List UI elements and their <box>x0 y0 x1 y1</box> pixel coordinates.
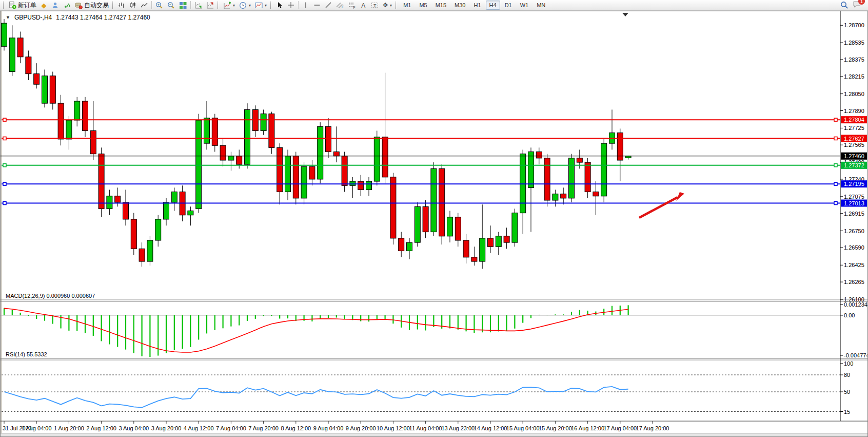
timeframe-m5-button[interactable]: M5 <box>416 1 430 10</box>
search-icon[interactable] <box>840 1 849 9</box>
timeframe-h4-button[interactable]: H4 <box>486 1 500 10</box>
bar-chart-icon <box>118 2 125 9</box>
price-tag: 1.27627 <box>841 135 867 142</box>
text-label-icon: T <box>371 2 379 9</box>
rsi-indicator-label: RSI(14) 55.5332 <box>6 351 47 357</box>
timeframe-w1-button[interactable]: W1 <box>517 1 532 10</box>
toolbar-grip[interactable] <box>112 2 114 9</box>
chart-title: ▼ GBPUSD-,H4 1.27443 1.27464 1.27427 1.2… <box>6 14 150 21</box>
trendline-button[interactable] <box>323 1 334 10</box>
price-tag: 1.27460 <box>841 153 867 160</box>
notifications-button[interactable]: 1 <box>853 1 861 10</box>
toolbar-grip[interactable] <box>218 2 220 9</box>
chart-title-collapse-icon[interactable]: ▼ <box>6 15 10 20</box>
crosshair-button[interactable] <box>285 1 297 10</box>
svg-text:1.27627: 1.27627 <box>844 136 864 142</box>
toolbar-grip[interactable] <box>396 2 398 9</box>
chart-shift-button[interactable] <box>204 1 216 10</box>
market-icon: ◆ <box>42 2 47 9</box>
toolbar-separator <box>190 1 191 9</box>
timeframe-m15-button[interactable]: M15 <box>432 1 450 10</box>
vertical-line-button[interactable] <box>300 1 311 10</box>
horizontal-line-icon <box>313 2 321 9</box>
price-tick-label: 1.26915 <box>844 211 864 217</box>
time-label: 16 Aug 12:00 <box>571 425 604 431</box>
equidistant-channel-button[interactable]: E <box>334 1 346 10</box>
dropdown-caret-icon: ▾ <box>249 3 251 8</box>
price-tick-label: 1.26750 <box>844 228 864 234</box>
price-tick-label: 1.28375 <box>844 56 864 63</box>
clock-icon <box>239 2 247 9</box>
svg-text:100: 100 <box>844 360 853 367</box>
indicators-button[interactable]: ▾ <box>221 1 237 10</box>
dropdown-caret-icon: ▾ <box>265 3 267 8</box>
timeframe-m1-button[interactable]: M1 <box>400 1 415 10</box>
templates-button[interactable]: ▾ <box>253 1 269 10</box>
tile-windows-icon <box>179 2 187 9</box>
svg-text:F: F <box>353 6 356 9</box>
candlestick-chart-icon <box>129 2 136 9</box>
price-tick-label: 1.27890 <box>844 108 864 114</box>
periods-button[interactable]: ▾ <box>237 1 253 10</box>
time-label: 13 Aug 23:00 <box>441 425 475 431</box>
price-tag: 1.27013 <box>841 200 867 207</box>
chart-shift-icon <box>206 2 214 9</box>
autotrading-label: 自动交易 <box>84 1 109 10</box>
chart-ohlc-values: 1.27443 1.27464 1.27427 1.27460 <box>56 14 150 21</box>
indicators-icon <box>223 2 231 9</box>
text-label-button[interactable]: T <box>369 1 381 10</box>
tile-windows-button[interactable] <box>177 1 189 10</box>
time-label: 9 Aug 04:00 <box>313 425 344 431</box>
time-label: 4 Aug 12:00 <box>184 425 214 431</box>
auto-scroll-button[interactable] <box>192 1 204 10</box>
timeframe-d1-button[interactable]: D1 <box>501 1 516 10</box>
toolbar-grip[interactable] <box>3 2 5 9</box>
price-tick-label: 1.27725 <box>844 125 864 131</box>
dropdown-caret-icon: ▾ <box>390 3 392 8</box>
crosshair-icon <box>287 2 294 9</box>
chart-symbol-period: GBPUSD-,H4 <box>14 14 52 21</box>
svg-text:1.27195: 1.27195 <box>844 181 864 187</box>
arrows-button[interactable]: ✥▾ <box>381 1 394 10</box>
time-label: 17 Aug 04:00 <box>603 425 637 431</box>
zoom-out-button[interactable] <box>165 1 177 10</box>
svg-text:0.001234: 0.001234 <box>844 301 867 308</box>
autotrading-button[interactable]: 自动交易 <box>73 1 111 10</box>
timeframe-m30-button[interactable]: M30 <box>451 1 469 10</box>
horizontal-line-button[interactable] <box>311 1 323 10</box>
toolbar-grip[interactable] <box>270 2 272 9</box>
svg-text:0.00: 0.00 <box>844 312 855 318</box>
price-tag: 1.27804 <box>841 116 867 123</box>
signals-button[interactable] <box>61 1 73 10</box>
notification-badge: 1 <box>858 0 865 5</box>
candlestick-chart-button[interactable] <box>127 1 139 10</box>
text-button[interactable]: A <box>358 1 369 10</box>
price-tick-label: 1.26590 <box>844 244 864 251</box>
fibonacci-icon: F <box>348 2 356 9</box>
line-chart-button[interactable] <box>139 1 150 10</box>
timeframe-h1-button[interactable]: H1 <box>470 1 485 10</box>
timeframe-mn-button[interactable]: MN <box>533 1 549 10</box>
chart-canvas[interactable]: 1.287001.285351.283751.282151.280501.278… <box>1 11 867 436</box>
time-label: 1 Aug 04:00 <box>22 425 52 431</box>
new-order-button[interactable]: 新订单 <box>7 1 38 10</box>
time-label: 7 Aug 20:00 <box>248 425 279 431</box>
cursor-button[interactable] <box>274 1 285 10</box>
price-tick-label: 1.28700 <box>844 22 864 28</box>
svg-text:T: T <box>373 3 377 8</box>
time-label: 14 Aug 12:00 <box>474 425 507 431</box>
community-button[interactable] <box>49 1 61 10</box>
bar-chart-button[interactable] <box>116 1 127 10</box>
time-label: 8 Aug 12:00 <box>281 425 311 431</box>
fibonacci-button[interactable]: F <box>346 1 358 10</box>
zoom-in-button[interactable] <box>153 1 165 10</box>
auto-scroll-icon <box>194 2 202 9</box>
text-icon: A <box>360 2 367 9</box>
svg-text:80: 80 <box>844 372 850 378</box>
price-tick-label: 1.26265 <box>844 279 864 285</box>
svg-text:-0.004774: -0.004774 <box>844 352 867 358</box>
price-tick-label: 1.28215 <box>844 73 864 80</box>
svg-text:A: A <box>361 2 365 9</box>
new-order-icon <box>9 2 16 9</box>
market-button[interactable]: ◆ <box>38 1 49 10</box>
